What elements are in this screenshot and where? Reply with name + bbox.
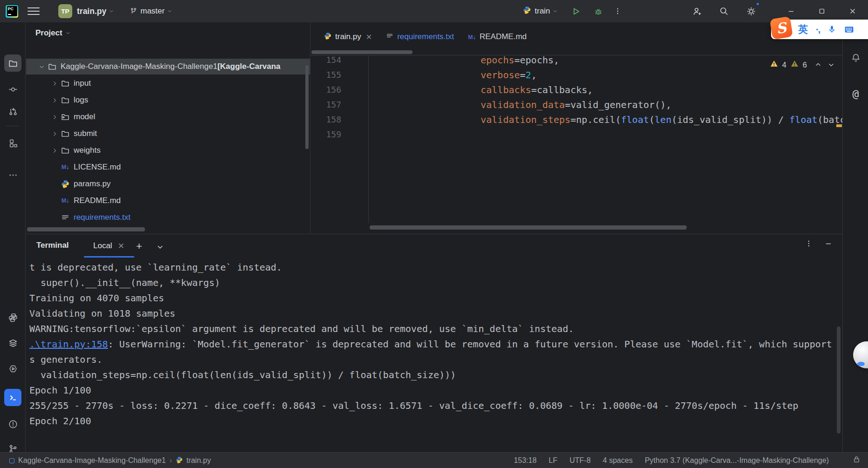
project-tool-button[interactable]	[4, 54, 21, 72]
close-icon[interactable]: ✕	[366, 33, 372, 41]
tree-row[interactable]: model	[26, 109, 310, 125]
inspection-navigation[interactable]	[815, 61, 834, 68]
tree-chevron-icon[interactable]	[48, 131, 61, 137]
terminal-line: .\train.py:158: UserWarning: `Model.fit_…	[29, 337, 840, 352]
services-tool-button[interactable]	[4, 334, 21, 352]
more-actions-button[interactable]	[610, 3, 626, 19]
tree-row[interactable]: submit	[26, 126, 310, 142]
run-config-name[interactable]: train	[535, 7, 550, 16]
settings-button[interactable]	[743, 3, 759, 19]
project-horizontal-scrollbar[interactable]	[27, 227, 145, 231]
hide-panel-icon[interactable]	[825, 240, 832, 247]
line-number[interactable]: 155	[310, 68, 341, 82]
new-terminal-button[interactable]: +	[136, 240, 142, 252]
line-number[interactable]: 158	[310, 112, 341, 127]
chevron-down-icon[interactable]	[828, 61, 834, 68]
lock-widget[interactable]	[853, 455, 861, 465]
editor-horizontal-scrollbar[interactable]	[370, 225, 687, 230]
vcs-widget[interactable]: master	[130, 7, 172, 16]
notifications-button[interactable]	[847, 49, 864, 66]
tree-row[interactable]: M↓README.md	[26, 193, 310, 209]
breadcrumb-project[interactable]: Kaggle-Carvana-Image-Masking-Challenge1	[18, 456, 166, 465]
terminal-output[interactable]: t is deprecated, use `learning_rate` ins…	[29, 260, 840, 429]
structure-tool-button[interactable]	[4, 134, 21, 151]
breadcrumb[interactable]: Kaggle-Carvana-Image-Masking-Challenge1 …	[9, 453, 211, 468]
tree-chevron-icon[interactable]	[48, 97, 61, 103]
caret-position[interactable]: 153:18	[514, 456, 537, 465]
terminal-scrollbar[interactable]	[837, 326, 840, 434]
line-number[interactable]: 159	[310, 127, 341, 142]
line-number[interactable]: 156	[310, 82, 341, 97]
commit-tool-button[interactable]	[4, 81, 21, 98]
tree-chevron-icon[interactable]	[48, 148, 61, 154]
python-icon	[324, 32, 331, 42]
breadcrumb-separator: ›	[170, 456, 172, 465]
tree-chevron-icon[interactable]	[35, 64, 48, 70]
line-number[interactable]: 157	[310, 97, 341, 112]
terminal-options-icon[interactable]	[805, 240, 813, 247]
ai-assistant-button[interactable]: @	[847, 85, 864, 102]
debug-button[interactable]	[590, 3, 606, 19]
sogou-logo-icon[interactable]: S	[770, 16, 793, 40]
python-packages-tool-button[interactable]	[4, 309, 21, 326]
maximize-button[interactable]	[806, 0, 837, 22]
tab-scrollbar[interactable]	[311, 50, 413, 54]
search-everywhere-button[interactable]	[716, 3, 732, 19]
file-link[interactable]: .\train.py:158	[29, 339, 108, 350]
keyboard-icon[interactable]	[844, 25, 854, 34]
tree-row[interactable]: M↓LICENSE.md	[26, 159, 310, 175]
code-editor[interactable]: 154epochs=epochs,155verbose=2,156callbac…	[310, 55, 842, 223]
python-interpreter[interactable]: Python 3.7 (Kaggle-Carva...-Image-Maskin…	[645, 456, 829, 465]
run-button[interactable]	[568, 3, 584, 19]
breadcrumb-file[interactable]: train.py	[186, 456, 211, 465]
tree-row[interactable]: weights	[26, 142, 310, 158]
chevron-up-icon[interactable]	[815, 61, 821, 68]
code-with-me-button[interactable]	[689, 3, 705, 19]
microphone-icon[interactable]	[827, 25, 836, 34]
pycharm-logo-icon: PC	[6, 5, 18, 18]
tree-row[interactable]: params.py	[26, 176, 310, 192]
terminal-tab-local[interactable]: Local ✕	[84, 234, 134, 258]
line-number[interactable]: 154	[310, 55, 341, 68]
ime-punctuation-icon[interactable]: ·,	[816, 24, 820, 35]
indent-style[interactable]: 4 spaces	[603, 456, 633, 465]
close-icon[interactable]: ✕	[118, 241, 124, 251]
tree-chevron-icon[interactable]	[48, 114, 61, 120]
run-tool-button[interactable]	[4, 360, 21, 377]
code-line: 156callbacks=callbacks,	[310, 82, 842, 97]
editor-tab-train-py[interactable]: train.py✕	[317, 22, 379, 51]
editor-tab-requirements-txt[interactable]: requirements.txt	[379, 22, 461, 51]
project-panel-header[interactable]: Project	[35, 28, 70, 38]
python-icon	[61, 180, 70, 188]
tree-chevron-icon[interactable]	[48, 81, 61, 87]
terminal-title[interactable]: Terminal	[36, 241, 69, 250]
line-separator[interactable]: LF	[549, 456, 558, 465]
project-panel: Project Kaggle-Carvana-Image-Masking-Cha…	[26, 22, 310, 234]
problems-tool-button[interactable]	[4, 415, 21, 433]
chevron-down-icon[interactable]	[157, 244, 164, 251]
ime-language-toggle[interactable]: 英	[798, 23, 808, 36]
file-encoding[interactable]: UTF-8	[570, 456, 591, 465]
ime-toolbar[interactable]: S 英 ·,	[771, 20, 868, 39]
tree-row[interactable]: input	[26, 75, 310, 91]
active-tab-underline	[84, 256, 134, 258]
editor-tab-README-md[interactable]: M↓README.md	[461, 22, 534, 51]
close-button[interactable]	[837, 0, 868, 22]
pull-requests-tool-button[interactable]	[4, 102, 21, 120]
tree-row[interactable]: Kaggle-Carvana-Image-Masking-Challenge1 …	[26, 59, 310, 75]
more-tools-tool-button[interactable]	[4, 166, 21, 183]
terminal-tab-label: Local	[93, 241, 112, 251]
project-avatar[interactable]: TP	[58, 4, 72, 18]
terminal-tool-button[interactable]	[4, 389, 21, 406]
folder-icon	[61, 146, 70, 155]
tree-item-label: README.md	[74, 196, 121, 205]
inspection-count: 4	[782, 61, 786, 69]
folder-dot-icon	[61, 113, 70, 121]
tree-row[interactable]: logs	[26, 92, 310, 108]
tree-row[interactable]: requirements.txt	[26, 210, 310, 225]
warning-stripe-mark[interactable]	[836, 124, 842, 127]
project-widget[interactable]: train.py	[77, 7, 114, 16]
main-menu-icon[interactable]	[28, 7, 40, 15]
inspections-widget[interactable]: 46	[770, 60, 834, 70]
project-vertical-scrollbar[interactable]	[305, 65, 309, 149]
